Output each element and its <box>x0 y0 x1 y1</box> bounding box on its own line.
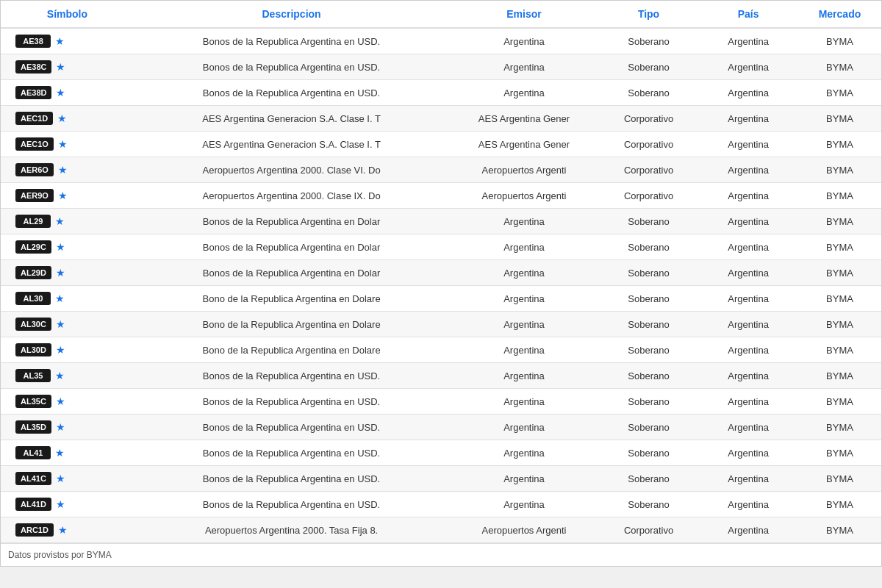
symbol-badge[interactable]: AL29C <box>15 240 51 254</box>
star-icon[interactable]: ★ <box>56 87 65 98</box>
table-row[interactable]: AL35D ★ Bonos de la Republica Argentina … <box>1 415 881 440</box>
star-icon[interactable]: ★ <box>55 370 65 381</box>
symbol-badge[interactable]: AL41D <box>15 498 51 511</box>
description-cell: Aeropuertos Argentina 2000. Clase VI. Do <box>134 157 449 183</box>
tipo-cell: Soberano <box>599 80 699 106</box>
table-row[interactable]: AL41 ★ Bonos de la Republica Argentina e… <box>1 440 881 466</box>
pais-cell: Argentina <box>698 492 798 517</box>
star-icon[interactable]: ★ <box>56 241 65 253</box>
mercado-cell: BYMA <box>798 363 881 389</box>
table-row[interactable]: AE38 ★ Bonos de la Republica Argentina e… <box>1 28 881 54</box>
symbol-badge[interactable]: AL35C <box>15 395 51 408</box>
emisor-cell: Argentina <box>449 415 598 440</box>
tipo-cell: Corporativo <box>599 517 699 543</box>
star-icon[interactable]: ★ <box>55 447 65 459</box>
table-row[interactable]: AL30C ★ Bono de la Republica Argentina e… <box>1 312 881 337</box>
table-row[interactable]: AL41D ★ Bonos de la Republica Argentina … <box>1 492 881 517</box>
mercado-cell: BYMA <box>798 415 881 440</box>
pais-cell: Argentina <box>698 28 798 54</box>
description-cell: Aeropuertos Argentina 2000. Tasa Fija 8. <box>134 517 449 543</box>
symbol-badge[interactable]: AE38D <box>15 86 51 99</box>
description-cell: Bonos de la Republica Argentina en USD. <box>134 363 449 389</box>
emisor-cell: Argentina <box>449 440 598 466</box>
star-icon[interactable]: ★ <box>58 164 68 176</box>
symbol-badge[interactable]: ARC1D <box>15 523 54 537</box>
star-icon[interactable]: ★ <box>58 524 68 536</box>
symbol-badge[interactable]: AL35 <box>15 369 51 382</box>
table-row[interactable]: AEC1D ★ AES Argentina Generacion S.A. Cl… <box>1 106 881 132</box>
star-icon[interactable]: ★ <box>58 138 68 150</box>
table-row[interactable]: AL41C ★ Bonos de la Republica Argentina … <box>1 466 881 492</box>
table-row[interactable]: ARC1D ★ Aeropuertos Argentina 2000. Tasa… <box>1 517 881 543</box>
mercado-cell: BYMA <box>798 106 881 132</box>
mercado-cell: BYMA <box>798 183 881 209</box>
symbol-badge[interactable]: AE38 <box>15 35 51 48</box>
star-icon[interactable]: ★ <box>55 215 65 227</box>
symbol-badge[interactable]: AE38C <box>15 60 51 74</box>
table-row[interactable]: AE38C ★ Bonos de la Republica Argentina … <box>1 54 881 80</box>
table-row[interactable]: AL29D ★ Bonos de la Republica Argentina … <box>1 260 881 286</box>
table-row[interactable]: AE38D ★ Bonos de la Republica Argentina … <box>1 80 881 106</box>
table-row[interactable]: AL30D ★ Bono de la Republica Argentina e… <box>1 337 881 363</box>
table-row[interactable]: AEC1O ★ AES Argentina Generacion S.A. Cl… <box>1 132 881 157</box>
table-row[interactable]: AL29C ★ Bonos de la Republica Argentina … <box>1 234 881 260</box>
header-tipo[interactable]: Tipo <box>599 1 699 28</box>
header-descripcion[interactable]: Descripcion <box>134 1 449 28</box>
symbol-badge[interactable]: AER6O <box>15 163 54 176</box>
symbol-badge[interactable]: AL30D <box>15 343 51 356</box>
mercado-cell: BYMA <box>798 492 881 517</box>
star-icon[interactable]: ★ <box>56 267 65 279</box>
star-icon[interactable]: ★ <box>56 395 65 407</box>
emisor-cell: Argentina <box>449 363 598 389</box>
star-icon[interactable]: ★ <box>55 35 65 47</box>
tipo-cell: Corporativo <box>599 106 699 132</box>
symbol-badge[interactable]: AEC1D <box>15 112 53 125</box>
table-row[interactable]: AER6O ★ Aeropuertos Argentina 2000. Clas… <box>1 157 881 183</box>
symbol-badge[interactable]: AL41C <box>15 472 51 485</box>
header-simbolo[interactable]: Símbolo <box>1 1 134 28</box>
tipo-cell: Soberano <box>599 312 699 337</box>
symbol-cell: AE38 ★ <box>1 28 134 54</box>
star-icon[interactable]: ★ <box>56 421 65 433</box>
symbol-badge[interactable]: AEC1O <box>15 137 54 151</box>
header-emisor[interactable]: Emisor <box>449 1 598 28</box>
tipo-cell: Soberano <box>599 363 699 389</box>
star-icon[interactable]: ★ <box>56 318 65 330</box>
table-row[interactable]: AL30 ★ Bono de la Republica Argentina en… <box>1 286 881 312</box>
tipo-cell: Soberano <box>599 234 699 260</box>
pais-cell: Argentina <box>698 363 798 389</box>
symbol-badge[interactable]: AL30C <box>15 318 51 331</box>
emisor-cell: Argentina <box>449 54 598 80</box>
table-row[interactable]: AL29 ★ Bonos de la Republica Argentina e… <box>1 209 881 234</box>
symbol-badge[interactable]: AL35D <box>15 420 51 434</box>
tipo-cell: Soberano <box>599 209 699 234</box>
star-icon[interactable]: ★ <box>56 473 65 484</box>
description-cell: Bono de la Republica Argentina en Dolare <box>134 286 449 312</box>
star-icon[interactable]: ★ <box>57 112 67 124</box>
symbol-cell: AL41 ★ <box>1 440 134 466</box>
symbol-cell: AL30C ★ <box>1 312 134 337</box>
star-icon[interactable]: ★ <box>56 61 65 73</box>
symbol-cell: AL29 ★ <box>1 209 134 234</box>
star-icon[interactable]: ★ <box>55 293 65 304</box>
pais-cell: Argentina <box>698 312 798 337</box>
emisor-cell: Aeropuertos Argenti <box>449 157 598 183</box>
header-pais[interactable]: País <box>698 1 798 28</box>
table-row[interactable]: AL35C ★ Bonos de la Republica Argentina … <box>1 389 881 415</box>
tipo-cell: Soberano <box>599 337 699 363</box>
star-icon[interactable]: ★ <box>56 498 65 510</box>
pais-cell: Argentina <box>698 415 798 440</box>
table-row[interactable]: AL35 ★ Bonos de la Republica Argentina e… <box>1 363 881 389</box>
symbol-badge[interactable]: AL29 <box>15 215 51 228</box>
symbol-badge[interactable]: AL30 <box>15 292 51 305</box>
emisor-cell: AES Argentina Gener <box>449 132 598 157</box>
star-icon[interactable]: ★ <box>56 344 65 356</box>
header-mercado[interactable]: Mercado <box>798 1 881 28</box>
symbol-badge[interactable]: AL29D <box>15 266 51 279</box>
table-row[interactable]: AER9O ★ Aeropuertos Argentina 2000. Clas… <box>1 183 881 209</box>
pais-cell: Argentina <box>698 466 798 492</box>
star-icon[interactable]: ★ <box>58 190 68 201</box>
symbol-badge[interactable]: AER9O <box>15 189 54 202</box>
symbol-badge[interactable]: AL41 <box>15 446 51 459</box>
description-cell: Bono de la Republica Argentina en Dolare <box>134 337 449 363</box>
